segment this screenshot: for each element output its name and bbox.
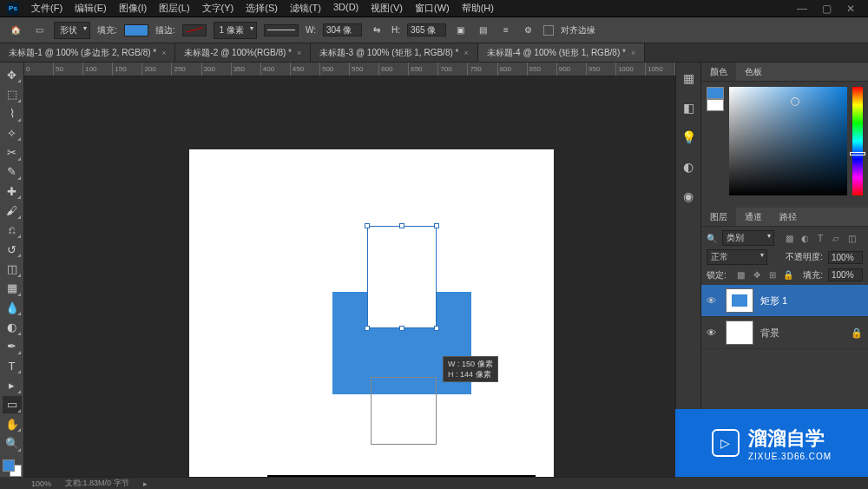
menu-help[interactable]: 帮助(H) <box>457 0 499 17</box>
color-preview-bg[interactable] <box>707 99 724 111</box>
opacity-input[interactable] <box>828 251 863 264</box>
path-select-tool[interactable]: ▸ <box>3 376 22 393</box>
close-button[interactable]: ✕ <box>840 2 861 16</box>
color-field-cursor[interactable] <box>791 97 799 106</box>
tab-layers[interactable]: 图层 <box>701 208 736 226</box>
move-tool[interactable]: ✥ <box>3 66 22 83</box>
lasso-tool[interactable]: ⌇ <box>3 105 22 122</box>
stroke-color-swatch[interactable] <box>182 24 207 36</box>
filter-type-icon[interactable]: T <box>814 232 826 244</box>
color-preview[interactable] <box>707 87 724 111</box>
layer-item[interactable]: 👁 背景 🔒 <box>701 317 868 349</box>
tab-doc-1[interactable]: 未标题-1 @ 100% (多边形 2, RGB/8) *× <box>0 43 175 62</box>
height-input[interactable] <box>407 23 446 36</box>
menu-3d[interactable]: 3D(D) <box>328 0 364 17</box>
tool-preset-icon[interactable]: ▭ <box>31 23 47 38</box>
color-swap[interactable] <box>3 459 22 477</box>
hue-cursor[interactable] <box>850 152 865 155</box>
lock-icon[interactable]: 🔒 <box>851 327 863 339</box>
menu-type[interactable]: 文字(Y) <box>197 0 240 17</box>
properties-panel-icon[interactable]: ◧ <box>680 99 697 116</box>
tab-doc-4[interactable]: 未标题-4 @ 100% (矩形 1, RGB/8) *× <box>478 43 645 62</box>
align-edges-checkbox[interactable] <box>543 25 554 36</box>
resize-handle-bl[interactable] <box>365 326 370 331</box>
gradient-tool[interactable]: ▦ <box>3 280 22 297</box>
brush-tool[interactable]: 🖌 <box>3 202 22 219</box>
menu-layer[interactable]: 图层(L) <box>154 0 194 17</box>
tab-channels[interactable]: 通道 <box>736 208 771 226</box>
gear-icon[interactable]: ⚙ <box>521 23 536 38</box>
menu-image[interactable]: 图像(I) <box>114 0 152 17</box>
width-input[interactable] <box>323 23 362 36</box>
type-tool[interactable]: T <box>3 357 22 374</box>
filter-smart-icon[interactable]: ◫ <box>845 232 858 244</box>
resize-handle-tr[interactable] <box>434 223 439 228</box>
lock-all-icon[interactable]: 🔒 <box>782 269 794 281</box>
layer-name[interactable]: 矩形 1 <box>760 294 787 307</box>
history-brush-tool[interactable]: ↺ <box>3 241 22 258</box>
layer-thumbnail[interactable] <box>726 288 753 313</box>
pen-tool[interactable]: ✒ <box>3 338 22 355</box>
hue-slider[interactable] <box>852 87 863 195</box>
color-field[interactable] <box>729 87 847 195</box>
crop-tool[interactable]: ✂ <box>3 143 22 161</box>
menu-window[interactable]: 窗口(W) <box>410 0 455 17</box>
blend-mode-select[interactable]: 正常 <box>707 249 767 265</box>
stroke-width-select[interactable]: 1 像素 <box>214 22 257 39</box>
filter-shape-icon[interactable]: ▱ <box>830 232 842 244</box>
zoom-tool[interactable]: 🔍 <box>3 434 22 452</box>
tab-close-icon[interactable]: × <box>631 49 635 57</box>
link-wh-icon[interactable]: ⇆ <box>369 23 385 38</box>
healing-tool[interactable]: ✚ <box>3 182 22 200</box>
search-icon[interactable]: 🔍 <box>707 234 717 243</box>
layer-name[interactable]: 背景 <box>760 327 779 340</box>
menu-select[interactable]: 选择(S) <box>240 0 283 17</box>
fill-color-swatch[interactable] <box>124 24 148 36</box>
styles-panel-icon[interactable]: ◐ <box>680 158 697 175</box>
tab-doc-3[interactable]: 未标题-3 @ 100% (矩形 1, RGB/8) *× <box>311 43 477 62</box>
resize-handle-br[interactable] <box>434 326 439 331</box>
dodge-tool[interactable]: ◐ <box>3 318 22 335</box>
history-panel-icon[interactable]: ▦ <box>680 69 697 87</box>
tab-close-icon[interactable]: × <box>297 49 301 57</box>
magic-wand-tool[interactable]: ✧ <box>3 124 22 142</box>
tab-close-icon[interactable]: × <box>161 49 166 57</box>
menu-filter[interactable]: 滤镜(T) <box>285 0 326 17</box>
character-panel-icon[interactable]: 💡 <box>680 129 697 146</box>
foreground-color[interactable] <box>3 459 15 472</box>
lock-position-icon[interactable]: ✥ <box>751 269 763 281</box>
tab-swatches[interactable]: 色板 <box>736 63 771 81</box>
visibility-icon[interactable]: 👁 <box>707 295 719 306</box>
shape-mode-select[interactable]: 形状 <box>54 22 90 39</box>
resize-handle-bm[interactable] <box>399 326 404 331</box>
filter-adjust-icon[interactable]: ◐ <box>799 232 811 244</box>
color-preview-fg[interactable] <box>707 87 724 99</box>
resize-handle-tl[interactable] <box>365 223 370 228</box>
canvas-area[interactable]: 0501001502002503003504004505005506006507… <box>24 63 675 477</box>
minimize-button[interactable]: — <box>792 2 812 16</box>
lock-pixels-icon[interactable]: ▩ <box>735 269 747 281</box>
filter-type-select[interactable]: 类别 <box>722 230 774 246</box>
stroke-style-select[interactable] <box>264 24 299 36</box>
tab-doc-2[interactable]: 未标题-2 @ 100%(RGB/8) *× <box>175 43 311 62</box>
tab-color[interactable]: 颜色 <box>701 63 736 81</box>
eyedropper-tool[interactable]: ✎ <box>3 163 22 181</box>
zoom-level[interactable]: 100% <box>31 479 51 488</box>
path-ops-icon[interactable]: ▣ <box>453 23 469 38</box>
visibility-icon[interactable]: 👁 <box>707 327 719 338</box>
adjustments-panel-icon[interactable]: ◉ <box>680 188 697 205</box>
status-arrow-icon[interactable]: ▸ <box>143 479 148 488</box>
menu-file[interactable]: 文件(F) <box>26 0 68 17</box>
fill-opacity-input[interactable] <box>828 268 863 281</box>
eraser-tool[interactable]: ◫ <box>3 260 22 277</box>
tab-paths[interactable]: 路径 <box>771 208 806 226</box>
layer-thumbnail[interactable] <box>726 320 753 345</box>
tab-close-icon[interactable]: × <box>464 49 468 57</box>
blur-tool[interactable]: 💧 <box>3 299 22 316</box>
resize-handle-tm[interactable] <box>399 223 404 228</box>
marquee-tool[interactable]: ⬚ <box>3 85 22 102</box>
filter-pixel-icon[interactable]: ▩ <box>783 232 795 244</box>
rectangle-tool[interactable]: ▭ <box>3 396 22 413</box>
hand-tool[interactable]: ✋ <box>3 415 22 433</box>
home-icon[interactable]: 🏠 <box>7 22 24 39</box>
